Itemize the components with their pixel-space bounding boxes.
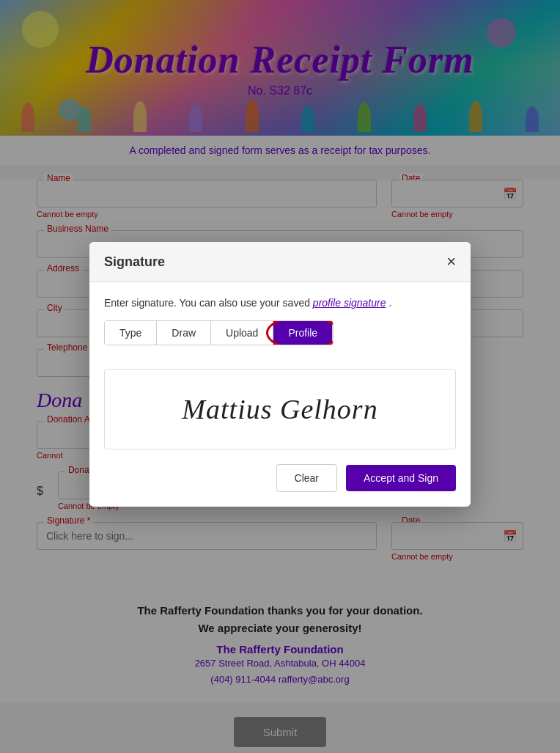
accept-sign-button[interactable]: Accept and Sign [346, 465, 456, 491]
modal-header: Signature × [89, 242, 471, 282]
modal-hint: Enter signature. You can also use your s… [104, 297, 456, 309]
signature-display: Mattius Gelhorn [182, 393, 377, 425]
modal-hint-end: . [388, 297, 391, 309]
modal-body: Enter signature. You can also use your s… [89, 282, 471, 507]
tab-bar: Type Draw Upload Profile [104, 320, 334, 345]
tab-type[interactable]: Type [105, 321, 157, 345]
profile-tab-container: Profile [273, 321, 333, 345]
profile-signature-link[interactable]: profile signature [313, 297, 386, 309]
modal-close-button[interactable]: × [446, 254, 456, 270]
modal-actions: Clear Accept and Sign [104, 464, 456, 492]
signature-modal: Signature × Enter signature. You can als… [89, 242, 471, 507]
tab-upload[interactable]: Upload [211, 321, 273, 345]
page-wrapper: Donation Receipt Form No. S32 87c A comp… [0, 0, 560, 753]
clear-button[interactable]: Clear [276, 464, 337, 492]
tab-draw[interactable]: Draw [157, 321, 211, 345]
tab-profile[interactable]: Profile [273, 321, 333, 345]
modal-overlay: Signature × Enter signature. You can als… [0, 0, 560, 753]
tab-bar-wrapper: Type Draw Upload Profile [104, 320, 456, 357]
signature-preview-area: Mattius Gelhorn [104, 369, 456, 449]
modal-title: Signature [104, 254, 165, 270]
modal-hint-text: Enter signature. You can also use your s… [104, 297, 310, 309]
